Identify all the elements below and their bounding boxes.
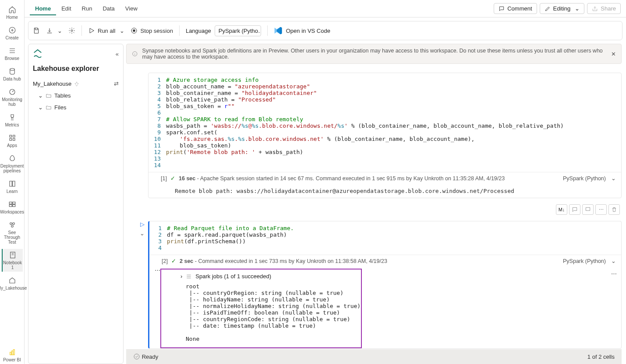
run-all-button[interactable]: Run all⌄ — [88, 27, 124, 34]
language-label: Language — [186, 28, 211, 34]
rail-powerbi[interactable]: Power BI — [2, 346, 23, 364]
collapse-explorer-button[interactable]: « — [116, 51, 119, 57]
chevron-down-icon: ⌄ — [38, 92, 43, 99]
rail-label: Monitoring hub — [2, 97, 23, 107]
play-icon — [88, 27, 95, 34]
rail-home[interactable]: Home — [2, 4, 23, 21]
chevron-down-icon: ⌄ — [575, 5, 580, 12]
statusbar: Ready 1 of 2 cells — [126, 349, 622, 364]
chevron-down-icon: ⌄ — [611, 175, 616, 182]
lakehouse-root[interactable]: My_Lakehouse ⇄ — [33, 78, 119, 90]
download-icon — [46, 27, 53, 34]
svg-point-11 — [10, 223, 12, 225]
rail-workspaces[interactable]: Workspaces — [2, 198, 23, 216]
schema-output-highlight: › Spark jobs (1 of 1 succeeded) root |--… — [160, 269, 362, 348]
workspaces-icon — [8, 200, 17, 209]
convert-markdown-button[interactable]: M↓ — [556, 204, 567, 215]
svg-rect-10 — [12, 205, 15, 207]
spark-jobs-label: Spark jobs (1 of 1 succeeded) — [195, 273, 271, 280]
banner-text: Synapse notebooks and Spark job definiti… — [142, 48, 607, 60]
output-more-button[interactable]: ⋯ — [611, 270, 617, 348]
rail-label: Notebook 1 — [3, 260, 23, 270]
rail-label: Browse — [5, 56, 19, 61]
pin-icon[interactable] — [74, 81, 79, 87]
cell-language[interactable]: PySpark (Python) ⌄ — [563, 175, 616, 182]
tab-view[interactable]: View — [120, 2, 143, 15]
save-icon — [33, 27, 40, 34]
rail-mylakehouse[interactable]: My_Lakehouse — [2, 274, 23, 292]
language-select[interactable]: PySpark (Pytho… ⌄ — [215, 25, 261, 36]
svg-rect-9 — [9, 205, 12, 207]
editing-dropdown[interactable]: Editing⌄ — [540, 3, 585, 14]
code-editor[interactable]: 1# Read Parquet file into a DataFrame.2d… — [149, 221, 621, 255]
folder-icon — [46, 93, 52, 99]
lakehouse-glyph-icon — [33, 49, 42, 60]
rail-label: Deployment pipelines — [0, 164, 24, 173]
svg-rect-15 — [10, 352, 11, 355]
rail-create[interactable]: Create — [2, 24, 23, 42]
download-dropdown[interactable]: ⌄ — [46, 27, 62, 34]
cell-toolbar: M↓ ⋯ — [126, 203, 622, 217]
rail-monitoring[interactable]: Monitoring hub — [2, 86, 23, 108]
output-menu[interactable]: ⋯ — [155, 267, 160, 348]
ready-icon — [133, 353, 140, 360]
open-in-vscode-button[interactable]: Open in VS Code — [274, 26, 330, 35]
rail-seethrough[interactable]: See Through Test — [2, 219, 23, 246]
rail-metrics[interactable]: Metrics — [2, 111, 23, 129]
banner-close-button[interactable]: ✕ — [611, 51, 616, 57]
lakehouse-name: My_Lakehouse — [33, 80, 71, 87]
swap-icon[interactable]: ⇄ — [114, 80, 119, 87]
rail-apps[interactable]: Apps — [2, 132, 23, 150]
rail-notebook1[interactable]: Notebook 1 — [2, 249, 23, 272]
chevron-down-icon: ⌄ — [611, 258, 616, 264]
vscode-icon — [274, 26, 283, 35]
svg-rect-6 — [13, 139, 15, 141]
tab-home[interactable]: Home — [30, 2, 56, 15]
stop-session-button[interactable]: Stop session — [131, 27, 173, 34]
svg-rect-7 — [9, 202, 12, 204]
rail-label: Workspaces — [0, 210, 24, 214]
explorer-files-node[interactable]: ⌄Files — [33, 102, 119, 113]
stop-icon — [131, 27, 138, 34]
share-button[interactable]: Share — [587, 3, 621, 14]
toolbar: ⌄ Run all⌄ Stop session Language PySpark… — [28, 21, 622, 40]
language-value: PySpark (Pytho… — [219, 28, 261, 34]
nav-rail: Home Create Browse Data hub Monitoring h… — [0, 0, 25, 364]
move-cell-button[interactable] — [582, 204, 594, 215]
spark-jobs-toggle[interactable]: › Spark jobs (1 of 1 succeeded) — [161, 270, 361, 281]
comment-button[interactable]: Comment — [494, 3, 537, 14]
svg-rect-5 — [10, 139, 12, 141]
svg-rect-8 — [12, 202, 15, 204]
tab-data[interactable]: Data — [97, 2, 120, 15]
book-icon — [8, 179, 17, 188]
svg-point-18 — [71, 30, 73, 32]
cell-language[interactable]: PySpark (Python) ⌄ — [563, 258, 616, 264]
tab-edit[interactable]: Edit — [56, 2, 76, 15]
explorer-tables-node[interactable]: ⌄Tables — [33, 90, 119, 102]
gear-icon — [68, 27, 75, 34]
cell-status: [1] ✓ 16 sec - Apache Spark session star… — [149, 172, 621, 184]
settings-button[interactable] — [68, 27, 75, 34]
code-editor[interactable]: 1# Azure storage access info2blob_accoun… — [149, 73, 621, 172]
btn-label: Editing — [553, 5, 571, 12]
save-button[interactable] — [33, 27, 40, 34]
rail-deployment[interactable]: Deployment pipelines — [2, 152, 23, 175]
cell-dropdown-button[interactable]: ⌄ — [140, 230, 145, 237]
comment-cell-button[interactable] — [569, 204, 580, 215]
status-cells: 1 of 2 cells — [587, 354, 615, 360]
btn-label: Comment — [507, 5, 532, 12]
rail-datahub[interactable]: Data hub — [2, 65, 23, 83]
rail-learn[interactable]: Learn — [2, 178, 23, 196]
info-icon — [132, 50, 138, 57]
run-cell-button[interactable]: ▷ — [140, 221, 145, 228]
btn-label: Open in VS Code — [286, 28, 330, 34]
delete-cell-button[interactable] — [608, 204, 620, 215]
chevron-down-icon: ⌄ — [120, 28, 124, 34]
check-icon: ✓ — [171, 258, 176, 264]
svg-point-1 — [10, 68, 14, 70]
rail-browse[interactable]: Browse — [2, 45, 23, 63]
cell-more-button[interactable]: ⋯ — [595, 204, 607, 215]
schema-output: root |-- countryOrRegion: string (nullab… — [161, 281, 361, 344]
lakehouse-explorer: « Lakehouse explorer My_Lakehouse ⇄ ⌄Tab… — [28, 44, 124, 364]
tab-run[interactable]: Run — [77, 2, 98, 15]
